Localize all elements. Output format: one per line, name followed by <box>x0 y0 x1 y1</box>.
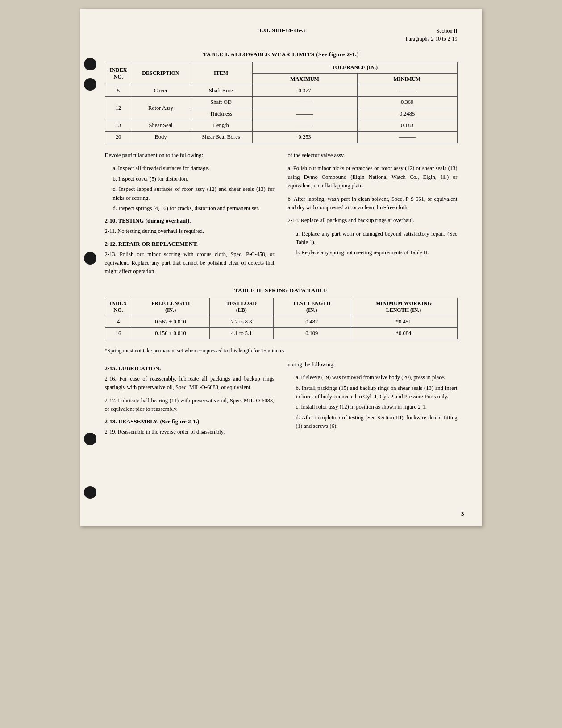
t2-col-test-length: TEST LENGTH(IN.) <box>274 298 350 316</box>
table-row: 16 0.156 ± 0.010 4.1 to 5.1 0.109 *0.084 <box>105 327 457 339</box>
body-right-para-a: a. Polish out minor nicks or scratches o… <box>288 164 458 190</box>
bullet-circle-2 <box>84 78 96 91</box>
body-section-2: 2-15. LUBRICATION. 2-16. For ease of rea… <box>105 360 458 441</box>
bullet-circle-1 <box>84 58 96 70</box>
body-right-para-a2: a. Replace any part worn or damaged beyo… <box>296 230 458 247</box>
table2: INDEXNO. FREE LENGTH(IN.) TEST LOAD(LB) … <box>105 298 458 339</box>
bullet-circle-4 <box>84 433 96 445</box>
bullet-circle-3 <box>84 252 96 265</box>
col-minimum: MINIMUM <box>357 74 457 85</box>
body-bottom-right: noting the following: a. If sleeve (19) … <box>288 360 458 441</box>
table1: INDEXNO. DESCRIPTION ITEM TOLERANCE (IN.… <box>105 62 458 143</box>
body-intro: Devote particular attention to the follo… <box>105 151 275 160</box>
col-tolerance: TOLERANCE (IN.) <box>252 62 457 74</box>
section-info: Section II Paragraphs 2-10 to 2-19 <box>406 27 458 43</box>
page-number: 3 <box>461 510 464 517</box>
section-215-heading: 2-15. LUBRICATION. <box>105 365 275 372</box>
table1-title: TABLE I. ALLOWABLE WEAR LIMITS (See figu… <box>105 51 458 58</box>
bottom-right-c: c. Install rotor assy (12) in position a… <box>296 403 458 411</box>
body-bottom-left: 2-15. LUBRICATION. 2-16. For ease of rea… <box>105 360 275 441</box>
body-item-d: d. Inspect springs (4, 16) for cracks, d… <box>113 204 275 213</box>
table-row: 13 Shear Seal Length ——— 0.183 <box>105 120 457 132</box>
section-212-heading: 2-12. REPAIR OR REPLACEMENT. <box>105 240 275 248</box>
bottom-right-noting: noting the following: <box>288 360 458 369</box>
doc-number: T.O. 9H8-14-46-3 <box>259 27 305 34</box>
table-row: 4 0.562 ± 0.010 7.2 to 8.8 0.482 *0.451 <box>105 316 457 327</box>
body-right-para-b2: b. Replace any spring not meeting requir… <box>296 248 458 257</box>
body-right-para-b: b. After lapping, wash part in clean sol… <box>288 195 458 212</box>
table-row: 20 Body Shear Seal Bores 0.253 ——— <box>105 132 457 143</box>
t2-col-test-load: TEST LOAD(LB) <box>209 298 273 316</box>
table-row: 12 Rotor Assy Shaft OD ——— 0.369 <box>105 97 457 108</box>
table2-footnote: *Spring must not take permanent set when… <box>105 347 458 354</box>
col-item: ITEM <box>190 62 252 85</box>
body-right-continued: of the selector valve assy. <box>288 151 458 160</box>
body-section-1: Devote particular attention to the follo… <box>105 151 458 281</box>
bottom-right-b: b. Install packings (15) and backup ring… <box>296 384 458 401</box>
page: T.O. 9H8-14-46-3 Section II Paragraphs 2… <box>80 9 482 526</box>
body-right: of the selector valve assy. a. Polish ou… <box>288 151 458 281</box>
section-211: 2-11. No testing during overhaul is requ… <box>105 227 275 236</box>
col-index: INDEXNO. <box>105 62 132 85</box>
section-217: 2-17. Lubricate ball bearing (11) with p… <box>105 397 275 414</box>
col-maximum: MAXIMUM <box>252 74 357 85</box>
bullet-circle-5 <box>84 486 96 499</box>
col-description: DESCRIPTION <box>132 62 190 85</box>
body-item-a: a. Inspect all threaded surfaces for dam… <box>113 164 275 173</box>
body-item-c: c. Inspect lapped surfaces of rotor assy… <box>113 185 275 203</box>
t2-col-index: INDEXNO. <box>105 298 132 316</box>
bottom-right-d: d. After completion of testing (See Sect… <box>296 414 458 431</box>
t2-col-free-length: FREE LENGTH(IN.) <box>132 298 209 316</box>
bottom-right-a: a. If sleeve (19) was removed from valve… <box>296 373 458 382</box>
section-210-heading: 2-10. TESTING (during overhaul). <box>105 217 275 224</box>
section-219: 2-19. Reassemble in the reverse order of… <box>105 428 275 436</box>
body-item-b: b. Inspect cover (5) for distortion. <box>113 175 275 183</box>
t2-col-min-working: MINIMUM WORKINGLENGTH (IN.) <box>350 298 457 316</box>
section-218-heading: 2-18. REASSEMBLY. (See figure 2-1.) <box>105 418 275 425</box>
page-header: T.O. 9H8-14-46-3 Section II Paragraphs 2… <box>105 27 458 43</box>
section-214: 2-14. Replace all packings and backup ri… <box>288 216 458 225</box>
section-216: 2-16. For ease of reassembly, lubricate … <box>105 375 275 392</box>
table2-title: TABLE II. SPRING DATA TABLE <box>105 287 458 294</box>
body-left: Devote particular attention to the follo… <box>105 151 275 281</box>
section-213: 2-13. Polish out minor scoring with croc… <box>105 250 275 276</box>
table-row: 5 Cover Shaft Bore 0.377 ——— <box>105 85 457 97</box>
